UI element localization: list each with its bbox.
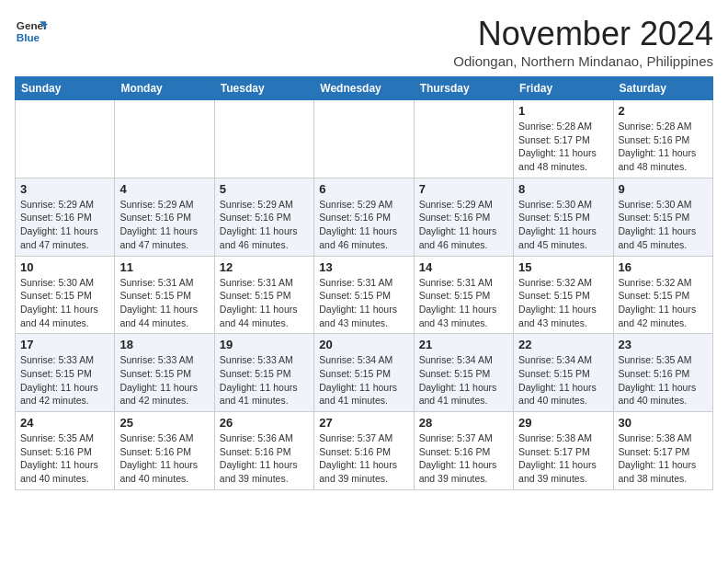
calendar-cell: 12Sunrise: 5:31 AM Sunset: 5:15 PM Dayli… [214,256,313,334]
calendar-cell [16,100,115,178]
svg-text:Blue: Blue [17,31,40,43]
calendar-week-row: 3Sunrise: 5:29 AM Sunset: 5:16 PM Daylig… [16,178,713,256]
weekday-header: Monday [115,77,214,100]
day-info: Sunrise: 5:29 AM Sunset: 5:16 PM Dayligh… [220,198,309,252]
month-title: November 2024 [453,15,713,53]
weekday-header: Sunday [16,77,115,100]
calendar-cell: 9Sunrise: 5:30 AM Sunset: 5:15 PM Daylig… [613,178,712,256]
day-number: 28 [419,416,508,430]
day-info: Sunrise: 5:31 AM Sunset: 5:15 PM Dayligh… [119,276,209,330]
weekday-header: Thursday [414,77,513,100]
day-number: 10 [20,260,109,274]
day-number: 19 [220,338,309,351]
calendar-cell: 8Sunrise: 5:30 AM Sunset: 5:15 PM Daylig… [514,178,613,256]
day-number: 26 [220,416,309,430]
page-header: General Blue November 2024 Odiongan, Nor… [15,15,713,69]
calendar-cell: 17Sunrise: 5:33 AM Sunset: 5:15 PM Dayli… [16,334,115,412]
day-info: Sunrise: 5:36 AM Sunset: 5:16 PM Dayligh… [220,431,309,486]
calendar-cell: 11Sunrise: 5:31 AM Sunset: 5:15 PM Dayli… [115,256,214,334]
calendar-cell: 3Sunrise: 5:29 AM Sunset: 5:16 PM Daylig… [16,178,115,256]
weekday-header: Friday [514,77,613,100]
day-number: 7 [419,182,508,196]
day-info: Sunrise: 5:28 AM Sunset: 5:16 PM Dayligh… [619,120,708,174]
calendar-cell: 14Sunrise: 5:31 AM Sunset: 5:15 PM Dayli… [414,256,513,334]
day-number: 24 [20,416,109,430]
weekday-header: Wednesday [314,77,414,100]
day-info: Sunrise: 5:31 AM Sunset: 5:15 PM Dayligh… [220,276,309,330]
calendar-cell: 10Sunrise: 5:30 AM Sunset: 5:15 PM Dayli… [16,256,115,334]
day-number: 2 [619,104,708,118]
calendar-cell: 23Sunrise: 5:35 AM Sunset: 5:16 PM Dayli… [613,334,712,412]
calendar-cell [414,100,513,178]
calendar-cell: 29Sunrise: 5:38 AM Sunset: 5:17 PM Dayli… [514,412,613,490]
day-info: Sunrise: 5:28 AM Sunset: 5:17 PM Dayligh… [518,120,608,174]
calendar-cell: 7Sunrise: 5:29 AM Sunset: 5:16 PM Daylig… [414,178,513,256]
day-info: Sunrise: 5:34 AM Sunset: 5:15 PM Dayligh… [518,353,608,408]
calendar: SundayMondayTuesdayWednesdayThursdayFrid… [15,76,713,490]
calendar-week-row: 10Sunrise: 5:30 AM Sunset: 5:15 PM Dayli… [16,256,713,334]
day-number: 20 [319,338,408,351]
day-info: Sunrise: 5:38 AM Sunset: 5:17 PM Dayligh… [518,431,608,486]
day-number: 29 [518,416,608,430]
day-info: Sunrise: 5:30 AM Sunset: 5:15 PM Dayligh… [518,198,608,252]
day-info: Sunrise: 5:37 AM Sunset: 5:16 PM Dayligh… [319,431,408,486]
weekday-header-row: SundayMondayTuesdayWednesdayThursdayFrid… [16,77,713,100]
calendar-cell: 2Sunrise: 5:28 AM Sunset: 5:16 PM Daylig… [613,100,712,178]
calendar-cell: 6Sunrise: 5:29 AM Sunset: 5:16 PM Daylig… [314,178,414,256]
day-number: 16 [619,260,708,274]
logo: General Blue [15,15,48,48]
day-info: Sunrise: 5:32 AM Sunset: 5:15 PM Dayligh… [518,276,608,330]
calendar-cell [214,100,313,178]
day-info: Sunrise: 5:33 AM Sunset: 5:15 PM Dayligh… [220,353,309,408]
day-number: 15 [518,260,608,274]
calendar-week-row: 17Sunrise: 5:33 AM Sunset: 5:15 PM Dayli… [16,334,713,412]
calendar-cell: 5Sunrise: 5:29 AM Sunset: 5:16 PM Daylig… [214,178,313,256]
calendar-cell: 26Sunrise: 5:36 AM Sunset: 5:16 PM Dayli… [214,412,313,490]
day-number: 13 [319,260,408,274]
calendar-cell: 13Sunrise: 5:31 AM Sunset: 5:15 PM Dayli… [314,256,414,334]
day-info: Sunrise: 5:31 AM Sunset: 5:15 PM Dayligh… [319,276,408,330]
day-info: Sunrise: 5:30 AM Sunset: 5:15 PM Dayligh… [20,276,109,330]
day-info: Sunrise: 5:31 AM Sunset: 5:15 PM Dayligh… [419,276,508,330]
calendar-cell: 24Sunrise: 5:35 AM Sunset: 5:16 PM Dayli… [16,412,115,490]
location: Odiongan, Northern Mindanao, Philippines [453,53,713,69]
day-number: 21 [419,338,508,351]
calendar-cell: 21Sunrise: 5:34 AM Sunset: 5:15 PM Dayli… [414,334,513,412]
calendar-cell: 18Sunrise: 5:33 AM Sunset: 5:15 PM Dayli… [115,334,214,412]
day-number: 11 [119,260,209,274]
day-info: Sunrise: 5:34 AM Sunset: 5:15 PM Dayligh… [419,353,508,408]
day-number: 9 [619,182,708,196]
day-number: 22 [518,338,608,351]
day-info: Sunrise: 5:37 AM Sunset: 5:16 PM Dayligh… [419,431,508,486]
day-info: Sunrise: 5:35 AM Sunset: 5:16 PM Dayligh… [619,353,708,408]
calendar-cell: 27Sunrise: 5:37 AM Sunset: 5:16 PM Dayli… [314,412,414,490]
day-number: 18 [119,338,209,351]
day-info: Sunrise: 5:35 AM Sunset: 5:16 PM Dayligh… [20,431,109,486]
title-block: November 2024 Odiongan, Northern Mindana… [453,15,713,69]
day-info: Sunrise: 5:30 AM Sunset: 5:15 PM Dayligh… [619,198,708,252]
calendar-cell: 30Sunrise: 5:38 AM Sunset: 5:17 PM Dayli… [613,412,712,490]
calendar-cell: 25Sunrise: 5:36 AM Sunset: 5:16 PM Dayli… [115,412,214,490]
calendar-week-row: 1Sunrise: 5:28 AM Sunset: 5:17 PM Daylig… [16,100,713,178]
day-number: 5 [220,182,309,196]
day-info: Sunrise: 5:29 AM Sunset: 5:16 PM Dayligh… [419,198,508,252]
calendar-cell: 15Sunrise: 5:32 AM Sunset: 5:15 PM Dayli… [514,256,613,334]
day-info: Sunrise: 5:29 AM Sunset: 5:16 PM Dayligh… [119,198,209,252]
day-number: 14 [419,260,508,274]
day-info: Sunrise: 5:29 AM Sunset: 5:16 PM Dayligh… [20,198,109,252]
day-number: 8 [518,182,608,196]
day-number: 25 [119,416,209,430]
day-info: Sunrise: 5:33 AM Sunset: 5:15 PM Dayligh… [20,353,109,408]
calendar-cell: 4Sunrise: 5:29 AM Sunset: 5:16 PM Daylig… [115,178,214,256]
day-number: 1 [518,104,608,118]
calendar-cell: 19Sunrise: 5:33 AM Sunset: 5:15 PM Dayli… [214,334,313,412]
day-number: 27 [319,416,408,430]
day-number: 4 [119,182,209,196]
calendar-week-row: 24Sunrise: 5:35 AM Sunset: 5:16 PM Dayli… [16,412,713,490]
calendar-cell: 20Sunrise: 5:34 AM Sunset: 5:15 PM Dayli… [314,334,414,412]
weekday-header: Tuesday [214,77,313,100]
day-info: Sunrise: 5:33 AM Sunset: 5:15 PM Dayligh… [119,353,209,408]
calendar-cell: 1Sunrise: 5:28 AM Sunset: 5:17 PM Daylig… [514,100,613,178]
calendar-cell: 22Sunrise: 5:34 AM Sunset: 5:15 PM Dayli… [514,334,613,412]
day-number: 3 [20,182,109,196]
